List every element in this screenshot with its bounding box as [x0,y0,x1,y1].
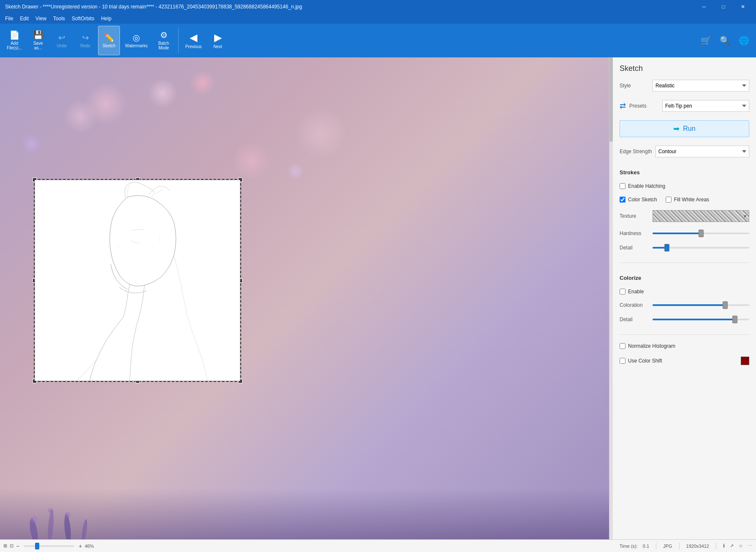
statusbar-sep-1 [656,543,656,549]
texture-row: Texture ▼ [620,210,749,222]
normalize-histogram-checkbox[interactable] [620,343,625,349]
sketch-button[interactable]: ✏️ Sketch [98,26,120,55]
next-label: Next [213,44,222,49]
time-label: Time (s): [620,544,638,549]
redo-button[interactable]: ↪ Redo [74,26,96,55]
menu-help[interactable]: Help [98,15,115,22]
zoom-thumb[interactable] [35,543,39,549]
menu-view[interactable]: View [32,15,50,22]
maximize-button[interactable]: □ [714,0,733,14]
style-select[interactable]: Realistic [653,80,749,92]
scroll-divider[interactable] [609,57,612,539]
panel-title: Sketch [620,64,749,73]
bokeh-1 [84,83,127,125]
statusbar-right: Time (s): 0.1 JPG 1920x3412 ℹ ↗ ☆ ⋯ [620,543,753,549]
fit-screen-icon[interactable]: ⊞ [3,543,7,549]
use-color-shift-checkbox[interactable] [620,358,625,364]
detail2-thumb[interactable] [732,316,737,323]
section-divider-1 [620,262,749,263]
texture-dropdown-icon: ▼ [743,214,747,219]
coloration-thumb[interactable] [723,301,728,309]
zoom-slider[interactable] [24,545,74,547]
canvas-area[interactable] [0,57,609,539]
hardness-slider[interactable] [653,233,749,234]
previous-button[interactable]: ◀ Previous [182,26,205,55]
menu-edit[interactable]: Edit [16,15,32,22]
bokeh-3 [63,100,97,133]
previous-icon: ◀ [190,32,197,43]
add-files-button[interactable]: 📄 Add File(s)... [3,26,25,55]
detail-slider[interactable] [653,247,749,249]
enable-hatching-label[interactable]: Enable Hatching [628,183,665,189]
settings-icon[interactable]: ⋯ [748,543,753,549]
next-button[interactable]: ▶ Next [207,26,229,55]
presets-select[interactable]: Felt-Tip pen [662,100,749,112]
enable-hatching-checkbox[interactable] [620,183,625,189]
run-button[interactable]: ➡ Run [620,120,749,137]
color-swatch[interactable] [741,357,749,365]
normalize-histogram-label[interactable]: Normalize Histogram [628,343,675,349]
zoom-in-button[interactable]: + [79,543,82,549]
flowers-area [0,489,609,539]
zoom-out-button[interactable]: − [16,543,19,549]
watermarks-button[interactable]: ◎ Watermarks [122,26,151,55]
titlebar: Sketch Drawer - ****Unregistered version… [0,0,756,14]
edge-strength-select[interactable]: Contour [655,146,749,157]
bokeh-4 [21,133,42,154]
color-sketch-checkbox[interactable] [620,197,625,203]
globe-button[interactable]: 🌐 [735,26,753,55]
search-button[interactable]: 🔍 [716,26,734,55]
save-as-icon: 💾 [33,31,44,39]
detail-thumb[interactable] [664,244,669,252]
cart-button[interactable]: 🛒 [697,26,715,55]
bokeh-8 [296,108,346,159]
style-label: Style [620,83,649,89]
save-as-button[interactable]: 💾 Save as... [27,26,49,55]
statusbar-left: ⊞ ⊡ − + 46% [3,543,620,549]
share-icon[interactable]: ↗ [730,543,734,549]
strokes-section-header: Strokes [620,169,749,176]
detail2-slider[interactable] [653,319,749,320]
sketch-icon: ✏️ [104,33,114,42]
menu-tools[interactable]: Tools [50,15,68,22]
bookmark-icon[interactable]: ☆ [739,543,743,549]
minimize-button[interactable]: ─ [694,0,714,14]
sketch-canvas[interactable] [35,180,240,381]
save-as-label: Save as... [33,41,43,50]
window-title: Sketch Drawer - ****Unregistered version… [3,4,694,10]
detail2-row: Detail [620,317,749,322]
menu-softorbits[interactable]: SoftOrbits [68,15,98,22]
fill-white-areas-label[interactable]: Fill White Areas [674,197,709,203]
colorize-enable-label[interactable]: Enable [628,289,644,295]
hardness-thumb[interactable] [699,230,704,237]
run-label: Run [683,125,695,133]
window-controls: ─ □ ✕ [694,0,753,14]
menu-file[interactable]: File [2,15,16,22]
redo-icon: ↪ [82,33,89,42]
normalize-histogram-row: Normalize Histogram [620,343,749,349]
close-button[interactable]: ✕ [733,0,753,14]
batch-mode-button[interactable]: ⚙ Batch Mode [153,26,175,55]
style-row: Style Realistic [620,80,749,92]
fill-white-areas-checkbox[interactable] [666,197,672,203]
scroll-thumb[interactable] [609,57,613,142]
color-sketch-label[interactable]: Color Sketch [628,197,657,203]
color-sketch-fill-row: Color Sketch Fill White Areas [620,197,749,203]
hardness-fill [653,233,701,234]
bokeh-5 [148,78,177,108]
batch-mode-icon: ⚙ [160,31,168,39]
colorize-enable-checkbox[interactable] [620,289,625,295]
search-icon: 🔍 [720,35,730,46]
globe-icon: 🌐 [739,35,749,46]
colorize-enable-row: Enable [620,289,749,295]
right-panel: Sketch Style Realistic ⇄ Presets Felt-Ti… [612,57,756,539]
use-color-shift-label[interactable]: Use Color Shift [628,358,662,364]
bokeh-7 [287,163,304,180]
previous-label: Previous [185,44,202,49]
texture-preview[interactable]: ▼ [653,210,749,222]
coloration-slider[interactable] [653,304,749,306]
undo-button[interactable]: ↩ Undo [51,26,73,55]
statusbar-sep-2 [679,543,680,549]
info-icon[interactable]: ℹ [723,543,725,549]
actual-size-icon[interactable]: ⊡ [10,543,14,549]
